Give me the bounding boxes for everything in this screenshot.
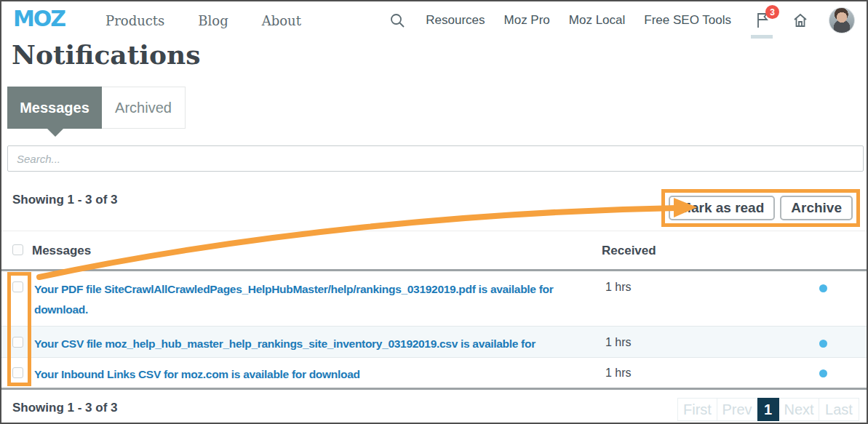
primary-nav: Products Blog About (105, 13, 301, 28)
nav-item-resources[interactable]: Resources (426, 13, 485, 28)
row-checkbox[interactable] (12, 337, 23, 348)
notification-tabs: Messages Archived (7, 87, 186, 129)
select-all-checkbox[interactable] (12, 244, 23, 255)
received-time: 1 hrs (605, 367, 632, 380)
row-checkbox[interactable] (12, 367, 23, 378)
unread-dot (819, 340, 827, 348)
row-checkbox[interactable] (12, 281, 23, 292)
page-title: Notifications (12, 39, 200, 70)
nav-item-products[interactable]: Products (105, 13, 164, 28)
moz-notifications-page: MOZ Products Blog About Resources Moz Pr… (0, 0, 868, 424)
moz-logo[interactable]: MOZ (13, 8, 65, 30)
nav-item-free-seo-tools[interactable]: Free SEO Tools (644, 13, 731, 28)
nav-item-moz-pro[interactable]: Moz Pro (504, 13, 550, 28)
notifications-table: Your PDF file SiteCrawlAllCrawledPages_H… (1, 271, 867, 388)
active-nav-indicator (751, 35, 773, 39)
nav-item-moz-local[interactable]: Moz Local (569, 13, 625, 28)
notifications-flag-icon[interactable]: 3 (753, 11, 772, 30)
top-navbar: MOZ Products Blog About Resources Moz Pr… (1, 1, 867, 39)
secondary-nav: Resources Moz Pro Moz Local Free SEO Too… (388, 7, 855, 33)
table-bottom-border (1, 388, 867, 390)
showing-count-bottom: Showing 1 - 3 of 3 (12, 401, 118, 415)
tab-archived[interactable]: Archived (102, 87, 186, 129)
archive-button[interactable]: Archive (780, 196, 853, 220)
pagination-prev[interactable]: Prev (717, 398, 757, 421)
showing-count-top: Showing 1 - 3 of 3 (12, 193, 118, 207)
received-time: 1 hrs (605, 336, 632, 349)
unread-dot (819, 284, 827, 292)
avatar[interactable] (829, 7, 855, 33)
pagination-page-1[interactable]: 1 (757, 398, 779, 421)
table-row: Your Inbound Links CSV for moz.com is av… (1, 358, 867, 388)
unread-dot (819, 369, 827, 377)
column-header-received: Received (602, 244, 656, 258)
search-icon[interactable] (388, 11, 407, 30)
pagination: First Prev 1 Next Last (677, 398, 859, 421)
notification-link[interactable]: Your Inbound Links CSV for moz.com is av… (34, 358, 587, 385)
tab-messages[interactable]: Messages (7, 87, 102, 129)
search-input[interactable] (7, 145, 864, 172)
pagination-next[interactable]: Next (779, 398, 819, 421)
mark-as-read-button[interactable]: Mark as read (669, 196, 775, 220)
notification-link[interactable]: Your PDF file SiteCrawlAllCrawledPages_H… (34, 271, 587, 320)
annotation-box-buttons: Mark as read Archive (661, 189, 860, 227)
nav-item-blog[interactable]: Blog (198, 13, 228, 28)
nav-item-about[interactable]: About (262, 13, 301, 28)
pagination-first[interactable]: First (677, 398, 717, 421)
notification-count-badge: 3 (765, 5, 779, 19)
received-time: 1 hrs (605, 281, 632, 294)
pagination-last[interactable]: Last (819, 398, 859, 421)
column-header-messages: Messages (32, 244, 91, 258)
table-row: Your CSV file moz_help_hub_master_help_r… (1, 327, 867, 358)
table-row: Your PDF file SiteCrawlAllCrawledPages_H… (1, 271, 867, 327)
home-icon[interactable] (791, 11, 810, 30)
table-header: Messages Received (1, 231, 867, 269)
